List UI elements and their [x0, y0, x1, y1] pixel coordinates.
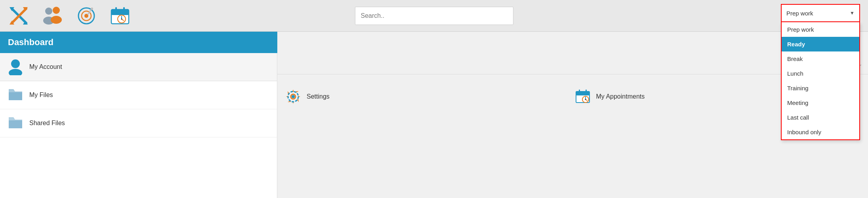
svg-point-9: [51, 16, 62, 24]
search-area: [355, 7, 513, 25]
status-dropdown-menu: Prep work Ready Break Lunch Training Mee…: [781, 22, 860, 140]
svg-point-23: [11, 59, 20, 68]
dashboard-title: Dashboard: [8, 37, 53, 48]
svg-rect-32: [579, 89, 580, 93]
status-select-button[interactable]: Prep work ▼: [781, 4, 860, 22]
status-current-value: Prep work: [786, 10, 813, 17]
svg-rect-17: [115, 7, 117, 12]
dropdown-item-lastcall[interactable]: Last call: [782, 110, 859, 125]
shared-files-icon: [8, 116, 23, 131]
panel-grid: Settings: [277, 74, 868, 119]
dropdown-item-lunch[interactable]: Lunch: [782, 66, 859, 81]
grid-item-settings[interactable]: Settings: [285, 82, 571, 111]
svg-rect-25: [9, 92, 22, 100]
my-files-icon: [8, 88, 23, 103]
svg-point-29: [292, 95, 295, 98]
svg-point-24: [9, 69, 22, 75]
svg-point-8: [53, 7, 60, 14]
svg-rect-26: [9, 120, 22, 128]
sidebar-item-my-account[interactable]: My Account: [0, 53, 277, 81]
appointments-icon: [575, 89, 591, 105]
sidebar-item-my-account-label: My Account: [29, 63, 62, 70]
dashboard-row: Dashboard: [0, 32, 277, 53]
dropdown-item-meeting[interactable]: Meeting: [782, 95, 859, 110]
person-icon: [8, 59, 23, 74]
right-panel: ⇅: [277, 53, 868, 198]
sidebar-item-my-files[interactable]: My Files: [0, 81, 277, 109]
dropdown-item-ready[interactable]: Ready: [782, 37, 859, 51]
status-dropdown-area: Prep work ▼ Prep work Ready Break Lunch …: [781, 4, 860, 22]
grid-item-settings-label: Settings: [307, 93, 330, 100]
svg-point-14: [91, 8, 93, 10]
svg-rect-33: [586, 89, 587, 93]
dropdown-item-break[interactable]: Break: [782, 51, 859, 66]
target-icon[interactable]: [75, 5, 97, 27]
toolbar: Prep work ▼ Prep work Ready Break Lunch …: [0, 0, 868, 32]
svg-rect-16: [111, 10, 129, 15]
svg-rect-18: [123, 7, 125, 12]
svg-rect-31: [576, 91, 589, 95]
app-container: Prep work ▼ Prep work Ready Break Lunch …: [0, 0, 868, 198]
svg-point-37: [585, 99, 586, 100]
sidebar-item-shared-files[interactable]: Shared Files: [0, 109, 277, 137]
sidebar-item-shared-files-label: Shared Files: [29, 120, 65, 127]
dropdown-item-prepwork[interactable]: Prep work: [782, 22, 859, 37]
main-content: My Account My Files: [0, 53, 868, 198]
svg-point-6: [45, 8, 52, 15]
xarrow-icon[interactable]: [8, 5, 30, 27]
sidebar-item-my-files-label: My Files: [29, 91, 53, 99]
panel-header: ⇅: [277, 53, 868, 74]
people-icon[interactable]: [42, 5, 63, 27]
grid-item-my-appointments-label: My Appointments: [596, 93, 645, 100]
dropdown-arrow-icon: ▼: [850, 10, 855, 16]
search-input[interactable]: [355, 7, 513, 25]
calendar-icon[interactable]: [109, 5, 131, 27]
svg-point-22: [121, 18, 122, 19]
sidebar: My Account My Files: [0, 53, 277, 198]
dropdown-item-inboundonly[interactable]: Inbound only: [782, 125, 859, 139]
settings-icon: [285, 89, 301, 105]
dropdown-item-training[interactable]: Training: [782, 81, 859, 95]
